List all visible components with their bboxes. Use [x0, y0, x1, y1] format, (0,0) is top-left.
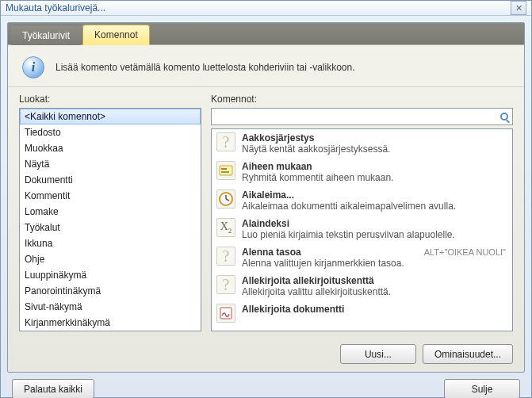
command-description: Luo pieniä kirjaimia tekstin perusviivan… — [242, 229, 506, 240]
close-icon[interactable]: ✕ — [511, 1, 526, 15]
categories-column: Luokat: <Kaikki komennot>TiedostoMuokkaa… — [19, 94, 201, 331]
command-body: AlaindeksiLuo pieniä kirjaimia tekstin p… — [242, 218, 506, 240]
category-item[interactable]: Kirjanmerkkinäkymä — [20, 315, 201, 331]
command-row[interactable]: ?Allekirjoita allekirjoituskenttäAllekir… — [212, 272, 512, 300]
command-title: Aikaleima... — [242, 189, 294, 201]
tab-toolbars[interactable]: Työkalurivit — [11, 26, 81, 45]
command-body: AakkosjärjestysNäytä kentät aakkosjärjes… — [242, 132, 506, 155]
sign-icon — [216, 304, 235, 323]
clock-icon — [216, 189, 235, 209]
command-description: Alenna valittujen kirjanmerkkien tasoa. — [242, 258, 506, 269]
dialog-window: Mukauta työkalurivejä... ✕ Työkalurivit … — [0, 0, 532, 398]
command-buttons: Uusi... Ominaisuudet... — [8, 338, 524, 372]
search-row — [211, 108, 513, 125]
command-description: Näytä kentät aakkosjärjestyksessä. — [242, 144, 506, 155]
titlebar: Mukauta työkalurivejä... ✕ — [1, 1, 531, 16]
category-item[interactable]: Ikkuna — [20, 235, 201, 251]
category-item[interactable]: Tiedosto — [20, 124, 201, 140]
info-icon: i — [22, 56, 44, 78]
category-item[interactable]: Työkalut — [20, 220, 201, 235]
info-band: i Lisää komento vetämällä komento luette… — [8, 45, 524, 87]
search-icon[interactable] — [498, 110, 511, 123]
command-title: Alaindeksi — [242, 218, 289, 229]
properties-button[interactable]: Ominaisuudet... — [423, 344, 513, 364]
category-item[interactable]: Sivut-näkymä — [20, 299, 201, 315]
command-row[interactable]: Allekirjoita dokumentti — [212, 300, 512, 326]
dialog-body: Työkalurivit Komennot i Lisää komento ve… — [1, 16, 531, 398]
categories-label: Luokat: — [19, 94, 201, 105]
dialog-footer: Palauta kaikki Sulje — [7, 373, 525, 398]
content-panel: Työkalurivit Komennot i Lisää komento ve… — [7, 22, 525, 373]
category-item[interactable]: Kommentit — [20, 188, 201, 204]
new-button[interactable]: Uusi... — [340, 344, 416, 364]
svg-rect-0 — [220, 166, 232, 175]
command-row[interactable]: Aikaleima...Aikaleimaa dokumentti aikale… — [212, 186, 512, 215]
question-icon: ? — [216, 132, 235, 151]
svg-rect-6 — [220, 308, 232, 319]
command-body: Alenna tasoaALT+"OIKEA NUOLI"Alenna vali… — [242, 247, 506, 269]
command-title: Allekirjoita dokumentti — [242, 304, 344, 315]
tab-bar: Työkalurivit Komennot — [8, 23, 524, 45]
window-title: Mukauta työkalurivejä... — [6, 2, 105, 13]
command-title: Alenna tasoa — [242, 247, 301, 258]
category-item[interactable]: Lomake — [20, 204, 201, 220]
category-item[interactable]: Panorointinäkymä — [20, 283, 201, 299]
command-body: Allekirjoita dokumentti — [242, 304, 506, 315]
commands-label: Komennot: — [211, 94, 513, 105]
category-item[interactable]: Luuppinäkymä — [20, 267, 201, 283]
two-column-area: Luokat: <Kaikki komennot>TiedostoMuokkaa… — [8, 87, 524, 338]
info-text: Lisää komento vetämällä komento luettelo… — [55, 62, 355, 73]
command-title: Allekirjoita allekirjoituskenttä — [242, 275, 374, 286]
command-body: Aiheen mukaanRyhmitä kommentit aiheen mu… — [242, 161, 506, 183]
command-row[interactable]: ?Alenna tasoaALT+"OIKEA NUOLI"Alenna val… — [212, 243, 512, 272]
category-item[interactable]: Näytä — [20, 156, 201, 172]
restore-button[interactable]: Palauta kaikki — [12, 379, 94, 398]
category-item[interactable]: Ohje — [20, 251, 201, 267]
category-item[interactable]: Dokumentti — [20, 172, 201, 188]
tab-commands[interactable]: Komennot — [82, 25, 150, 45]
question-icon: ? — [216, 275, 235, 294]
question-icon: ? — [216, 247, 235, 266]
command-row[interactable]: Aiheen mukaanRyhmitä kommentit aiheen mu… — [212, 158, 512, 186]
commands-column: Komennot: ?AakkosjärjestysNäytä kentät a… — [211, 94, 513, 331]
close-button[interactable]: Sulje — [444, 379, 520, 398]
x2-icon: X2 — [216, 218, 235, 237]
command-row[interactable]: ?AakkosjärjestysNäytä kentät aakkosjärje… — [212, 129, 512, 158]
command-description: Ryhmitä kommentit aiheen mukaan. — [242, 172, 506, 183]
command-body: Aikaleima...Aikaleimaa dokumentti aikale… — [242, 189, 506, 212]
command-body: Allekirjoita allekirjoituskenttäAllekirj… — [242, 275, 506, 297]
command-shortcut: ALT+"OIKEA NUOLI" — [418, 247, 506, 257]
commands-listbox[interactable]: ?AakkosjärjestysNäytä kentät aakkosjärje… — [211, 128, 513, 331]
command-description: Aikaleimaa dokumentti aikaleimapalvelime… — [242, 201, 506, 212]
search-input[interactable] — [211, 108, 513, 125]
topic-icon — [216, 161, 235, 180]
category-item[interactable]: Muokkaa — [20, 140, 201, 156]
command-row[interactable]: X2AlaindeksiLuo pieniä kirjaimia tekstin… — [212, 215, 512, 243]
category-item[interactable]: <Kaikki komennot> — [20, 109, 201, 124]
svg-rect-2 — [221, 171, 229, 173]
command-title: Aiheen mukaan — [242, 161, 312, 172]
command-description: Allekirjoita valittu allekirjoituskenttä… — [242, 286, 506, 297]
categories-listbox[interactable]: <Kaikki komennot>TiedostoMuokkaaNäytäDok… — [19, 108, 201, 331]
svg-rect-1 — [221, 168, 227, 170]
command-title: Aakkosjärjestys — [242, 132, 314, 144]
